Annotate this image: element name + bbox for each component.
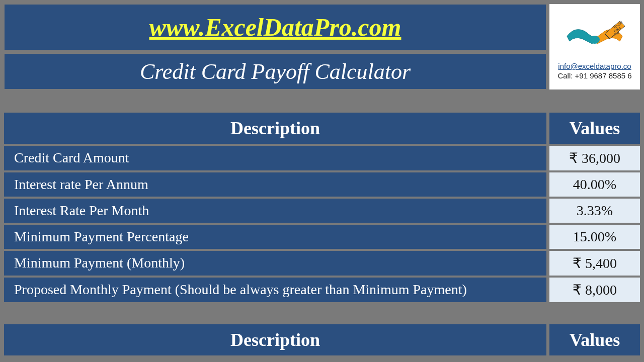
row-value: 40.00% — [549, 172, 640, 197]
logo-contact-box: Excel Data Pro info@exceldatapro.co Call… — [549, 4, 640, 89]
handshake-logo-icon: Excel Data Pro — [557, 14, 632, 59]
header-row: www.ExcelDataPro.com Credit Card Payoff … — [4, 4, 640, 89]
row-description: Interest rate Per Annum — [4, 172, 546, 197]
row-description: Minimum Payment Percentage — [4, 225, 546, 249]
table-row: Minimum Payment (Monthly) ₹ 5,400 — [4, 251, 640, 276]
website-link[interactable]: www.ExcelDataPro.com — [149, 13, 401, 42]
table-2-values-header: Values — [549, 324, 640, 355]
contact-phone: Call: +91 9687 8585 6 — [557, 71, 631, 80]
row-description: Proposed Monthly Payment (Should be alwa… — [4, 278, 546, 302]
table-1-values-header: Values — [549, 113, 640, 144]
table-row: Proposed Monthly Payment (Should be alwa… — [4, 278, 640, 302]
row-description: Interest Rate Per Month — [4, 199, 546, 223]
row-value: ₹ 5,400 — [549, 251, 640, 276]
table-row: Interest Rate Per Month 3.33% — [4, 199, 640, 223]
table-row: Minimum Payment Percentage 15.00% — [4, 225, 640, 249]
table-row: Interest rate Per Annum 40.00% — [4, 172, 640, 197]
row-value: 15.00% — [549, 225, 640, 249]
table-1: Description Values Credit Card Amount ₹ … — [4, 113, 640, 302]
row-value: 3.33% — [549, 199, 640, 223]
table-2-header-row: Description Values — [4, 324, 640, 355]
url-box: www.ExcelDataPro.com — [4, 4, 546, 50]
svg-point-0 — [590, 36, 600, 44]
title-box: Credit Card Payoff Calculator — [4, 53, 546, 89]
row-value: ₹ 36,000 — [549, 146, 640, 170]
row-description: Minimum Payment (Monthly) — [4, 251, 546, 276]
table-2-description-header: Description — [4, 324, 546, 355]
page-container: www.ExcelDataPro.com Credit Card Payoff … — [0, 0, 644, 355]
contact-email[interactable]: info@exceldatapro.co — [558, 62, 631, 70]
spacer-row-1 — [0, 93, 644, 113]
table-1-header-row: Description Values — [4, 113, 640, 144]
row-value: ₹ 8,000 — [549, 278, 640, 302]
page-title: Credit Card Payoff Calculator — [140, 59, 411, 84]
row-description: Credit Card Amount — [4, 146, 546, 170]
header-main: www.ExcelDataPro.com Credit Card Payoff … — [4, 4, 546, 89]
table-2: Description Values — [4, 324, 640, 355]
spacer-row-2 — [0, 304, 644, 324]
table-1-description-header: Description — [4, 113, 546, 144]
table-row: Credit Card Amount ₹ 36,000 — [4, 146, 640, 170]
